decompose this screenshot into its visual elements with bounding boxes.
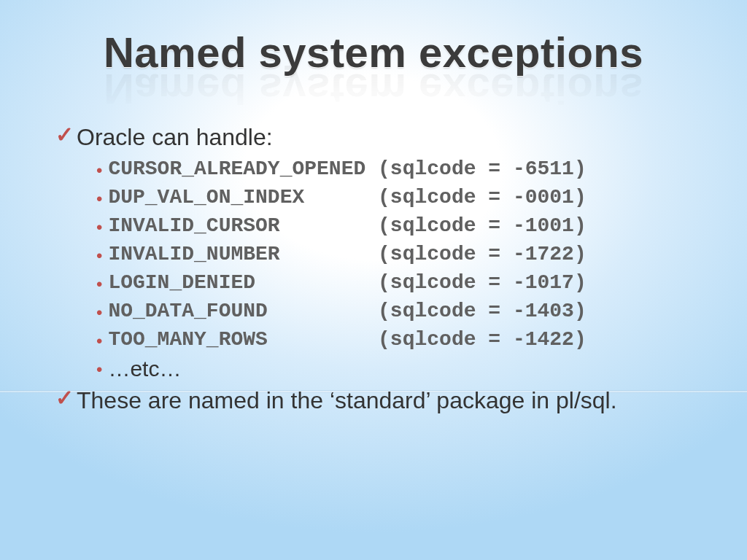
exception-line: NO_DATA_FOUND (sqlcode = -1403) — [108, 300, 586, 322]
etc-text: …etc… — [108, 357, 181, 381]
exception-item: • CURSOR_ALREADY_OPENED (sqlcode = -6511… — [96, 158, 696, 180]
lead-text: Oracle can handle: — [77, 122, 273, 152]
bullet-dot-icon: • — [96, 162, 102, 179]
exception-item: • INVALID_NUMBER (sqlcode = -1722) — [96, 243, 696, 265]
checkmark-icon: ✓ — [55, 124, 74, 146]
slide-content: ✓ Oracle can handle: • CURSOR_ALREADY_OP… — [51, 122, 696, 415]
exception-line: INVALID_NUMBER (sqlcode = -1722) — [108, 243, 586, 265]
exception-item: • TOO_MANY_ROWS (sqlcode = -1422) — [96, 328, 696, 351]
bullet-dot-icon: • — [96, 219, 102, 236]
exception-item: • NO_DATA_FOUND (sqlcode = -1403) — [96, 300, 696, 322]
checkmark-icon: ✓ — [55, 387, 74, 409]
slide-title: Named system exceptions — [51, 28, 696, 77]
bullet-dot-icon: • — [96, 276, 102, 293]
bullet-dot-icon: • — [96, 332, 102, 350]
footer-text: These are named in the ‘standard’ packag… — [77, 386, 617, 415]
exception-item: • LOGIN_DENIED (sqlcode = -1017) — [96, 271, 696, 294]
exception-line: TOO_MANY_ROWS (sqlcode = -1422) — [108, 328, 586, 351]
bullet-dot-icon: • — [96, 361, 102, 378]
exception-item: • INVALID_CURSOR (sqlcode = -1001) — [96, 214, 696, 237]
bullet-footer: ✓ These are named in the ‘standard’ pack… — [55, 386, 696, 415]
exception-line: DUP_VAL_ON_INDEX (sqlcode = -0001) — [108, 186, 586, 209]
bullet-lead: ✓ Oracle can handle: — [55, 122, 696, 152]
slide: Named system exceptions Named system exc… — [0, 0, 747, 560]
exception-line: INVALID_CURSOR (sqlcode = -1001) — [108, 214, 586, 237]
bullet-dot-icon: • — [96, 190, 102, 208]
exception-etc: • …etc… — [96, 357, 696, 381]
bullet-dot-icon: • — [96, 247, 102, 265]
exception-line: CURSOR_ALREADY_OPENED (sqlcode = -6511) — [108, 158, 586, 180]
exception-item: • DUP_VAL_ON_INDEX (sqlcode = -0001) — [96, 186, 696, 209]
exception-line: LOGIN_DENIED (sqlcode = -1017) — [108, 271, 586, 294]
bullet-dot-icon: • — [96, 304, 102, 322]
